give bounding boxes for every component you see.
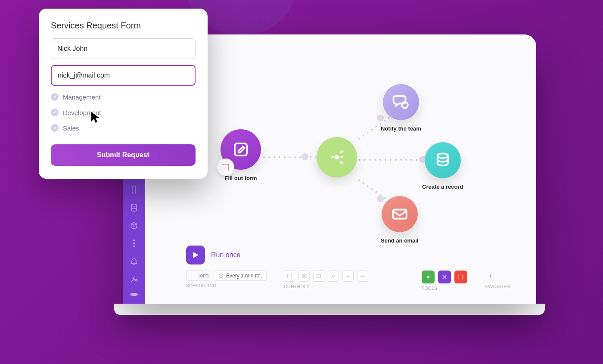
group-label: FAVORITES: [485, 284, 510, 289]
laptop-base: [114, 304, 545, 315]
connector-dot: [302, 153, 308, 160]
check-icon: [51, 124, 59, 132]
option-label: Management: [63, 93, 101, 101]
tool-tools-icon[interactable]: [438, 271, 451, 283]
scheduling-group: OFF Every 1 minute. SCHEDULING: [186, 271, 267, 288]
chat-icon: [383, 84, 419, 120]
avatar[interactable]: [130, 293, 138, 296]
run-label: Run once: [211, 251, 241, 259]
add-favorite-button[interactable]: +: [485, 271, 496, 282]
copy-control-icon[interactable]: [313, 271, 324, 282]
svg-point-9: [304, 275, 305, 277]
group-label: CONTROLS: [284, 284, 368, 289]
option-development[interactable]: Development: [51, 107, 196, 118]
email-input[interactable]: [51, 65, 196, 86]
check-icon: [51, 109, 59, 116]
bell-icon[interactable]: [129, 257, 139, 265]
controls-group: CONTROLS: [284, 271, 368, 289]
services-request-form: Services Request Form Management Develop…: [39, 9, 208, 179]
node-router[interactable]: [317, 137, 357, 183]
notes-control-icon[interactable]: [284, 271, 295, 282]
explain-control-icon[interactable]: [342, 271, 354, 282]
interval-text: Every 1 minute.: [226, 273, 262, 279]
submit-button[interactable]: Submit Request: [51, 144, 196, 166]
schedule-badge-icon: [217, 159, 234, 176]
option-label: Sales: [63, 124, 79, 132]
interval-chip[interactable]: Every 1 minute.: [214, 271, 267, 281]
svg-point-5: [437, 153, 448, 158]
node-label: Create a record: [422, 184, 463, 190]
group-label: SCHEDULING: [186, 283, 267, 288]
svg-point-14: [427, 276, 429, 278]
svg-rect-10: [317, 274, 320, 278]
svg-rect-0: [132, 186, 136, 193]
svg-point-12: [363, 276, 364, 277]
bottom-toolbar: OFF Every 1 minute. SCHEDULING: [186, 271, 510, 291]
more-control-icon[interactable]: [357, 271, 368, 282]
tool-gear-icon[interactable]: [422, 271, 435, 283]
more-icon[interactable]: [129, 240, 139, 247]
node-label: Fill out form: [221, 175, 261, 181]
connector: [261, 156, 317, 159]
node-send-email[interactable]: Send an email: [381, 196, 418, 244]
database-stack-icon: [425, 142, 461, 178]
tool-brackets-icon[interactable]: [454, 271, 467, 283]
svg-point-1: [131, 204, 137, 206]
favorites-group: + FAVORITES: [485, 271, 510, 289]
option-sales[interactable]: Sales: [51, 123, 196, 133]
node-label: Notify the team: [381, 125, 421, 132]
cube-icon[interactable]: [129, 221, 139, 230]
node-label: Send an email: [381, 237, 418, 244]
envelope-icon: [382, 196, 418, 232]
form-title: Services Request Form: [51, 21, 196, 31]
group-label: TOOLS: [422, 286, 467, 291]
node-fill-out-form[interactable]: Fill out form: [221, 129, 261, 181]
svg-rect-6: [393, 210, 407, 219]
auto-align-control-icon[interactable]: [328, 271, 339, 282]
database-icon[interactable]: [129, 203, 139, 212]
phone-icon[interactable]: [129, 185, 139, 194]
name-input[interactable]: [51, 38, 196, 59]
tools-group: TOOLS: [422, 271, 467, 291]
wrench-icon[interactable]: [129, 275, 139, 283]
node-create-record[interactable]: Create a record: [422, 142, 463, 190]
settings-control-icon[interactable]: [298, 271, 310, 282]
check-icon: [51, 93, 59, 101]
run-row: Run once: [186, 246, 241, 264]
svg-rect-8: [288, 274, 291, 278]
node-notify-team[interactable]: Notify the team: [381, 84, 421, 132]
svg-point-13: [364, 276, 365, 277]
cursor-icon: [90, 111, 102, 124]
svg-point-11: [361, 276, 362, 277]
router-node-icon: [317, 137, 357, 177]
run-button[interactable]: [186, 246, 205, 264]
scheduling-toggle[interactable]: OFF: [186, 271, 210, 281]
svg-point-3: [335, 155, 339, 160]
option-management[interactable]: Management: [51, 92, 196, 102]
